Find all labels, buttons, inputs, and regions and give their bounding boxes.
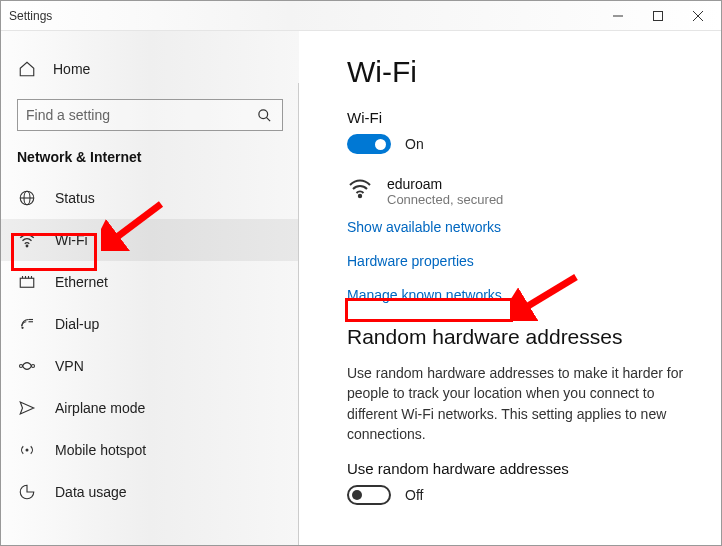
wifi-toggle[interactable] [347, 134, 391, 154]
minimize-button[interactable] [607, 5, 629, 27]
svg-rect-1 [654, 11, 663, 20]
dialup-icon [17, 315, 37, 333]
svg-line-5 [266, 117, 270, 121]
show-networks-link[interactable]: Show available networks [347, 219, 691, 235]
random-body: Use random hardware addresses to make it… [347, 363, 691, 444]
sidebar-item-label: Wi-Fi [55, 232, 88, 248]
home-label: Home [53, 61, 90, 77]
main-panel: Wi-Fi Wi-Fi On eduroam Connected, secure… [299, 31, 721, 545]
sidebar-item-label: VPN [55, 358, 84, 374]
page-title: Wi-Fi [347, 55, 691, 89]
wifi-toggle-state: On [405, 136, 424, 152]
sidebar: Home Network & Internet Status Wi-Fi [1, 31, 299, 545]
sidebar-item-label: Dial-up [55, 316, 99, 332]
ethernet-icon [17, 273, 37, 291]
close-button[interactable] [687, 5, 709, 27]
home-row[interactable]: Home [1, 49, 299, 89]
random-heading: Random hardware addresses [347, 325, 691, 349]
wifi-signal-icon [347, 176, 373, 200]
sidebar-item-vpn[interactable]: VPN [1, 345, 299, 387]
svg-point-18 [20, 365, 23, 368]
globe-icon [17, 189, 37, 207]
svg-point-9 [26, 245, 28, 247]
svg-point-4 [258, 109, 267, 118]
svg-point-21 [359, 195, 361, 197]
hotspot-icon [17, 441, 37, 459]
search-box[interactable] [17, 99, 283, 131]
sidebar-item-label: Ethernet [55, 274, 108, 290]
network-name: eduroam [387, 176, 503, 192]
hardware-properties-link[interactable]: Hardware properties [347, 253, 691, 269]
sidebar-item-label: Airplane mode [55, 400, 145, 416]
random-toggle[interactable] [347, 485, 391, 505]
sidebar-item-status[interactable]: Status [1, 177, 299, 219]
airplane-icon [17, 399, 37, 417]
sidebar-item-label: Status [55, 190, 95, 206]
sidebar-item-label: Data usage [55, 484, 127, 500]
svg-rect-10 [20, 278, 34, 287]
sidebar-item-dialup[interactable]: Dial-up [1, 303, 299, 345]
home-icon [17, 60, 37, 78]
svg-point-15 [21, 327, 23, 329]
manage-networks-link[interactable]: Manage known networks [347, 287, 691, 303]
sidebar-item-airplane[interactable]: Airplane mode [1, 387, 299, 429]
svg-point-20 [26, 449, 29, 452]
window-title: Settings [9, 9, 607, 23]
svg-point-19 [32, 365, 35, 368]
sidebar-item-label: Mobile hotspot [55, 442, 146, 458]
search-icon [254, 108, 274, 123]
vpn-icon [17, 357, 37, 375]
random-toggle-state: Off [405, 487, 423, 503]
window-controls [607, 5, 713, 27]
maximize-button[interactable] [647, 5, 669, 27]
sidebar-item-hotspot[interactable]: Mobile hotspot [1, 429, 299, 471]
sidebar-item-data-usage[interactable]: Data usage [1, 471, 299, 513]
wifi-label: Wi-Fi [347, 109, 691, 126]
connected-network[interactable]: eduroam Connected, secured [347, 176, 691, 207]
sidebar-section-heading: Network & Internet [1, 145, 299, 177]
search-input[interactable] [26, 107, 254, 123]
random-toggle-label: Use random hardware addresses [347, 460, 691, 477]
wifi-icon [17, 231, 37, 249]
sidebar-item-ethernet[interactable]: Ethernet [1, 261, 299, 303]
titlebar: Settings [1, 1, 721, 31]
data-usage-icon [17, 483, 37, 501]
network-status: Connected, secured [387, 192, 503, 207]
sidebar-item-wifi[interactable]: Wi-Fi [1, 219, 299, 261]
